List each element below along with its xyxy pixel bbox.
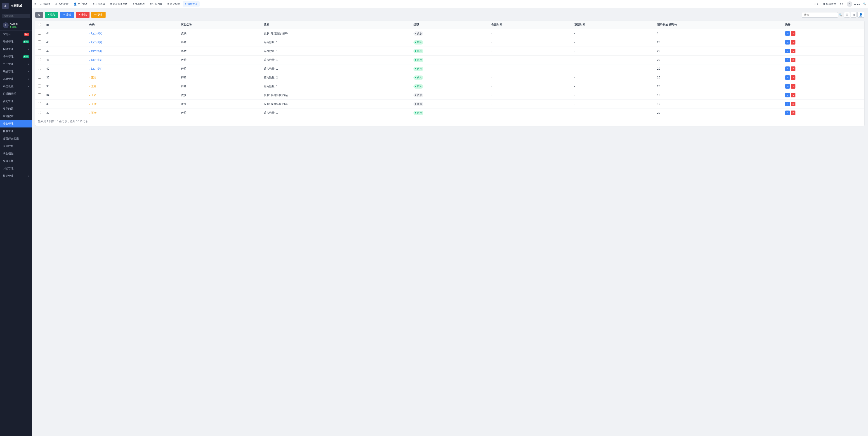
menu-toggle-icon[interactable]: ≡ — [33, 1, 37, 7]
category-link[interactable]: ●王者 — [89, 85, 96, 88]
category-link[interactable]: ●王者 — [89, 102, 96, 105]
type-dot — [415, 33, 416, 34]
sidebar-item-label: 订单管理 — [3, 77, 13, 81]
sidebar-item-invite[interactable]: 邀请好友奖励 — [0, 135, 32, 143]
edit-row-button[interactable]: ✏ — [785, 58, 790, 62]
search-icon[interactable]: 🔍 — [839, 13, 842, 17]
clear-cache-btn[interactable]: 🗑 清除缓存 — [823, 2, 836, 6]
grid-view-btn[interactable]: ⊞ — [851, 12, 857, 18]
delete-row-button[interactable]: ✕ — [791, 93, 796, 97]
edit-row-button[interactable]: ✏ — [785, 93, 790, 97]
delete-row-button[interactable]: ✕ — [791, 84, 796, 89]
sidebar-item-layers[interactable]: 滚屏数据 — [0, 143, 32, 150]
topbar-search-icon[interactable]: 🔍 — [863, 2, 866, 5]
row-checkbox[interactable] — [38, 58, 41, 61]
edit-button[interactable]: ✏ 编辑 — [60, 12, 74, 18]
category-link[interactable]: ●助力抽奖 — [89, 67, 102, 70]
sidebar-item-label: 福值兑换 — [3, 159, 13, 163]
tab-member-level[interactable]: ≡会员等级 — [90, 1, 107, 6]
category-link[interactable]: ●助力抽奖 — [89, 50, 102, 53]
edit-row-button[interactable]: ✏ — [785, 75, 790, 80]
select-all-checkbox[interactable] — [38, 23, 41, 26]
sidebar-item-faq[interactable]: 常见问题 — [0, 105, 32, 113]
sidebar-item-news[interactable]: 新闻管理 — [0, 98, 32, 105]
row-checkbox[interactable] — [38, 49, 41, 52]
row-checkbox[interactable] — [38, 32, 41, 35]
edit-row-button[interactable]: ✏ — [785, 111, 790, 115]
sidebar-item-system[interactable]: 系统设置‹ — [0, 83, 32, 90]
delete-row-button[interactable]: ✕ — [791, 102, 796, 106]
more-button[interactable]: ⋯ 更多 — [91, 12, 105, 18]
search-input[interactable] — [2, 14, 30, 18]
sidebar-item-recharge[interactable]: 福值兑换 — [0, 157, 32, 165]
cell-created: - — [489, 47, 571, 56]
edit-row-button[interactable]: ✏ — [785, 102, 790, 106]
delete-row-button[interactable]: ✕ — [791, 31, 796, 36]
delete-row-button[interactable]: ✕ — [791, 75, 796, 80]
edit-row-button[interactable]: ✏ — [785, 31, 790, 36]
row-checkbox[interactable] — [38, 93, 41, 96]
category-link[interactable]: ●王者 — [89, 76, 96, 79]
home-btn[interactable]: ⌂ 主页 — [811, 2, 819, 6]
sidebar-item-products[interactable]: 商品管理‹ — [0, 68, 32, 75]
delete-row-button[interactable]: ✕ — [791, 111, 796, 115]
row-checkbox[interactable] — [38, 67, 41, 70]
row-checkbox[interactable] — [38, 102, 41, 105]
row-checkbox[interactable] — [38, 40, 41, 43]
edit-row-button[interactable]: ✏ — [785, 49, 790, 53]
edit-row-button[interactable]: ✏ — [785, 40, 790, 44]
tab-member-lottery[interactable]: ≡会员抽奖次数 — [108, 1, 130, 6]
tab-general-config[interactable]: ≡常规配置 — [165, 1, 182, 6]
tab-user-list[interactable]: 👤用户列表 — [71, 1, 90, 6]
sidebar-item-customer[interactable]: 客服管理 — [0, 127, 32, 135]
delete-button[interactable]: ✕ 删除 — [76, 12, 90, 18]
category-link[interactable]: ●助力抽奖 — [89, 32, 102, 35]
sidebar-item-orders[interactable]: 订单管理‹ — [0, 75, 32, 83]
sidebar-item-data[interactable]: 数据管理‹ — [0, 172, 32, 180]
category-link[interactable]: ●王者 — [89, 111, 96, 114]
site-title: 皮肤商城 — [10, 4, 22, 8]
category-dot: ● — [89, 94, 90, 96]
fullscreen-btn[interactable]: ⛶ — [840, 3, 843, 5]
sidebar-item-carousel[interactable]: 轮播图管理 — [0, 90, 32, 98]
topbar-admin-name[interactable]: Admin — [854, 3, 861, 5]
sidebar-badge: new — [23, 40, 29, 43]
sidebar-logo: 皮 皮肤商城 — [0, 0, 32, 12]
type-tag: 碎片 — [413, 49, 423, 53]
category-link[interactable]: ●助力抽奖 — [89, 41, 102, 44]
cell-updated: - — [572, 108, 654, 117]
tab-dashboard[interactable]: ⌂控制台 — [38, 1, 53, 6]
sidebar-item-permissions[interactable]: 权限管理‹ — [0, 45, 32, 53]
edit-row-button[interactable]: ✏ — [785, 84, 790, 89]
tab-order-list[interactable]: ≡订单列表 — [148, 1, 164, 6]
sidebar-item-dashboard[interactable]: 控制台hot — [0, 31, 32, 38]
header-checkbox-cell — [35, 21, 43, 29]
category-link[interactable]: ●助力抽奖 — [89, 58, 102, 61]
edit-row-button[interactable]: ✏ — [785, 66, 790, 71]
settings-button[interactable]: ⚙ — [35, 12, 43, 18]
category-link[interactable]: ●王者 — [89, 94, 96, 97]
row-checkbox[interactable] — [38, 111, 41, 114]
sidebar-item-users[interactable]: 用户管理‹ — [0, 60, 32, 68]
sidebar-item-general[interactable]: 常规管理new — [0, 38, 32, 45]
tab-product-list[interactable]: ≡商品列表 — [130, 1, 147, 6]
sidebar-item-plugins[interactable]: 插件管理new — [0, 53, 32, 60]
sidebar-item-region[interactable]: 大区管理 — [0, 165, 32, 172]
sidebar-item-box-goods[interactable]: 抽盒福品 — [0, 150, 32, 157]
row-checkbox[interactable] — [38, 76, 41, 79]
add-button[interactable]: + 添加 — [45, 12, 58, 18]
delete-row-button[interactable]: ✕ — [791, 58, 796, 62]
row-checkbox[interactable] — [38, 85, 41, 88]
list-view-btn[interactable]: ☰ — [844, 12, 850, 18]
cell-id: 42 — [43, 47, 87, 56]
tab-lottery-mgmt[interactable]: ≡抽盒管理 — [183, 1, 199, 6]
delete-row-button[interactable]: ✕ — [791, 40, 796, 44]
delete-row-button[interactable]: ✕ — [791, 66, 796, 71]
sidebar-item-lottery[interactable]: 抽盒管理 — [0, 120, 32, 127]
tab-system-config[interactable]: ⚙系统配置 — [53, 1, 71, 6]
table-search-input[interactable] — [802, 12, 838, 18]
user-filter-btn[interactable]: 👤 — [857, 12, 864, 18]
sidebar-item-general-config[interactable]: 常规配置 — [0, 113, 32, 120]
cell-record: 20 — [654, 47, 782, 56]
delete-row-button[interactable]: ✕ — [791, 49, 796, 53]
